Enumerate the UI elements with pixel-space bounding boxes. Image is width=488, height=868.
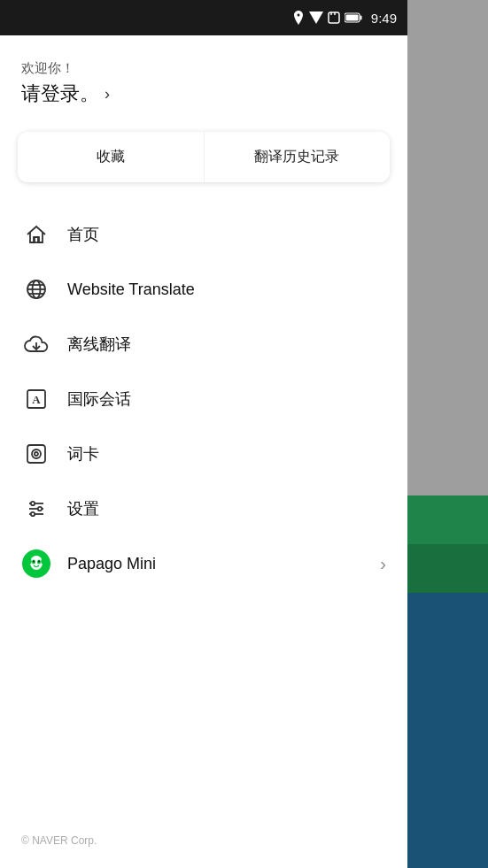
main-content: 欢迎你！ 请登录。 › 收藏 翻译历史记录 首页: [0, 35, 407, 868]
menu-item-flashcard[interactable]: 词卡: [0, 426, 407, 481]
login-row[interactable]: 请登录。 ›: [21, 81, 386, 107]
battery-icon: [345, 12, 362, 23]
menu-item-settings[interactable]: 设置: [0, 481, 407, 536]
status-bar: 9:49: [0, 0, 407, 35]
sim-icon: [328, 12, 340, 24]
globe-icon: [21, 274, 51, 304]
svg-point-23: [38, 507, 42, 511]
menu-label-offline: 离线翻译: [67, 334, 131, 355]
location-icon: [292, 11, 305, 25]
signal-icon: [309, 12, 323, 24]
svg-rect-16: [27, 445, 45, 463]
svg-rect-5: [345, 15, 358, 21]
tab-section: 收藏 翻译历史记录: [0, 121, 407, 200]
menu-item-conversation[interactable]: A 国际会话: [0, 372, 407, 426]
menu-label-flashcard: 词卡: [67, 443, 99, 465]
status-time: 9:49: [371, 11, 397, 26]
svg-point-18: [35, 452, 38, 456]
greeting-section: 欢迎你！ 请登录。 ›: [0, 35, 407, 121]
menu-label-website-translate: Website Translate: [67, 280, 195, 299]
svg-point-22: [31, 502, 35, 505]
menu-label-conversation: 国际会话: [67, 388, 131, 410]
text-icon: A: [21, 384, 51, 414]
tab-container: 收藏 翻译历史记录: [18, 132, 390, 182]
menu-item-home[interactable]: 首页: [0, 207, 407, 262]
tab-history[interactable]: 翻译历史记录: [205, 132, 391, 182]
svg-point-29: [33, 561, 35, 563]
svg-point-30: [38, 561, 40, 563]
greeting-sub: 欢迎你！: [21, 60, 386, 77]
home-icon: [21, 219, 51, 250]
svg-point-17: [32, 449, 41, 458]
menu-label-home: 首页: [67, 224, 99, 245]
svg-rect-1: [329, 12, 339, 23]
menu-item-offline[interactable]: 离线翻译: [0, 317, 407, 372]
menu-label-settings: 设置: [67, 498, 99, 519]
flashcard-icon: [21, 439, 51, 469]
right-panel-teal: [407, 495, 488, 544]
right-panel-blue: [407, 593, 488, 868]
svg-marker-0: [309, 12, 323, 24]
menu-section: 首页 Website Translate: [0, 200, 407, 598]
footer: © NAVER Corp.: [21, 834, 97, 847]
menu-item-website-translate[interactable]: Website Translate: [0, 262, 407, 317]
menu-label-papago-mini: Papago Mini: [67, 555, 156, 573]
papago-icon: [21, 549, 51, 579]
status-icons: [292, 11, 362, 25]
cloud-icon: [21, 329, 51, 359]
menu-item-papago-mini[interactable]: Papago Mini ›: [0, 536, 407, 591]
svg-point-26: [30, 556, 43, 570]
login-chevron-icon: ›: [105, 85, 110, 104]
right-panel-darkgreen: [407, 544, 488, 593]
papago-mini-arrow-icon: ›: [380, 554, 386, 574]
copyright-text: © NAVER Corp.: [21, 834, 97, 847]
svg-rect-6: [360, 16, 361, 20]
tab-favorites[interactable]: 收藏: [18, 132, 205, 182]
svg-point-24: [31, 512, 35, 516]
login-text: 请登录。: [21, 81, 99, 107]
svg-text:A: A: [32, 393, 41, 406]
settings-icon: [21, 494, 51, 524]
